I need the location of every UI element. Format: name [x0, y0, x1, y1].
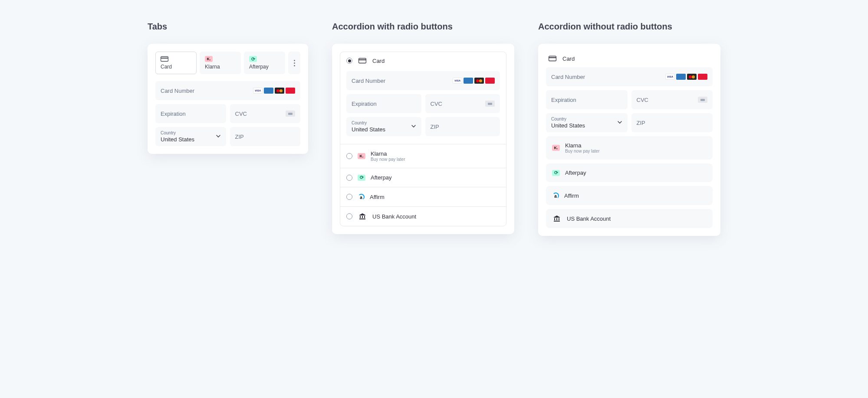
mastercard-icon: [687, 74, 697, 80]
tile-affirm[interactable]: a Affirm: [546, 186, 713, 205]
country-select[interactable]: Country United States: [155, 127, 226, 146]
accordion-header-afterpay[interactable]: ⟳ Afterpay: [340, 168, 506, 187]
tile-usbank[interactable]: US Bank Account: [546, 209, 713, 228]
expiration-input[interactable]: Expiration: [155, 104, 226, 123]
mastercard-icon: [275, 88, 284, 94]
payment-method-tabs: Card K. Klarna ⟳ Afterpay: [155, 52, 300, 74]
more-payment-methods-button[interactable]: [288, 52, 300, 74]
klarna-icon: K.: [205, 56, 213, 62]
accordion-noradio-panel: Card Card Number VISA: [538, 44, 720, 236]
accordion-radio-column: Accordion with radio buttons Card Card N…: [332, 22, 514, 236]
klarna-name: Klarna: [371, 150, 405, 157]
card-brand-icons: VISA: [253, 88, 295, 94]
afterpay-name: Afterpay: [371, 174, 391, 181]
affirm-name: Affirm: [564, 192, 579, 199]
country-select[interactable]: Country United States: [346, 117, 421, 136]
accordion-noradio-column: Accordion without radio buttons Card Car…: [538, 22, 720, 236]
cvc-input[interactable]: CVC: [631, 90, 713, 109]
expiration-label: Expiration: [161, 111, 186, 117]
accordion-radio-title: Accordion with radio buttons: [332, 22, 514, 32]
accordion-header-affirm[interactable]: a Affirm: [340, 187, 506, 206]
accordion-item-afterpay: ⟳ Afterpay: [340, 168, 506, 187]
expiration-input[interactable]: Expiration: [346, 94, 421, 113]
radio-card[interactable]: [346, 58, 352, 64]
tab-afterpay[interactable]: ⟳ Afterpay: [244, 52, 285, 74]
amex-icon: [676, 74, 686, 80]
tab-klarna[interactable]: K. Klarna: [200, 52, 241, 74]
tab-klarna-label: Klarna: [205, 64, 236, 70]
country-label: Country: [352, 121, 367, 125]
accordion-item-affirm: a Affirm: [340, 187, 506, 206]
klarna-sub: Buy now pay later: [371, 157, 405, 162]
unionpay-icon: [286, 88, 295, 94]
tile-klarna[interactable]: K. Klarna Buy now pay later: [546, 136, 713, 160]
card-number-input[interactable]: Card Number VISA: [155, 81, 300, 100]
zip-label: ZIP: [235, 134, 244, 140]
accordion-item-card: Card Card Number VISA: [340, 52, 506, 144]
zip-label: ZIP: [637, 120, 645, 126]
svg-rect-0: [161, 57, 168, 62]
klarna-sub: Buy now pay later: [565, 149, 600, 153]
card-name: Card: [562, 55, 575, 62]
zip-input[interactable]: ZIP: [425, 117, 500, 136]
svg-rect-3: [358, 59, 366, 60]
cvc-input[interactable]: CVC: [425, 94, 500, 113]
radio-usbank[interactable]: [346, 213, 352, 219]
bank-icon: [358, 213, 367, 220]
accordion-header-card[interactable]: Card: [340, 52, 506, 69]
chevron-down-icon: [617, 119, 622, 127]
klarna-icon: K.: [358, 153, 365, 159]
tile-afterpay[interactable]: ⟳ Afterpay: [546, 163, 713, 182]
accordion-item-usbank: US Bank Account: [340, 206, 506, 226]
more-icon: [294, 60, 295, 66]
payment-accordion: Card Card Number VISA: [340, 52, 506, 226]
amex-icon: [464, 78, 473, 84]
klarna-name: Klarna: [565, 142, 600, 149]
zip-input[interactable]: ZIP: [631, 113, 713, 132]
accordion-header-usbank[interactable]: US Bank Account: [340, 207, 506, 226]
visa-icon: VISA: [253, 88, 263, 94]
cvc-input[interactable]: CVC: [230, 104, 301, 123]
card-brand-icons: VISA: [665, 74, 707, 80]
card-fields: Card Number VISA Expiration: [546, 67, 713, 132]
card-fields: Card Number VISA Expiration: [340, 69, 506, 144]
country-value: United States: [352, 126, 385, 133]
card-number-label: Card Number: [551, 74, 585, 80]
accordion-header-klarna[interactable]: K. Klarna Buy now pay later: [340, 144, 506, 168]
affirm-icon: a: [552, 192, 559, 199]
tabs-title: Tabs: [148, 22, 308, 32]
country-select[interactable]: Country United States: [546, 113, 628, 132]
card-number-input[interactable]: Card Number VISA: [346, 71, 500, 90]
tabs-panel: Card K. Klarna ⟳ Afterpay Card Number: [148, 44, 308, 154]
chevron-down-icon: [411, 123, 416, 130]
zip-input[interactable]: ZIP: [230, 127, 301, 146]
card-number-input[interactable]: Card Number VISA: [546, 67, 713, 86]
amex-icon: [264, 88, 273, 94]
visa-icon: VISA: [665, 74, 675, 80]
country-value: United States: [161, 136, 194, 143]
unionpay-icon: [698, 74, 707, 80]
cvc-label: CVC: [235, 111, 247, 117]
radio-affirm[interactable]: [346, 194, 352, 200]
visa-icon: VISA: [453, 78, 462, 84]
expiration-input[interactable]: Expiration: [546, 90, 628, 109]
accordion-item-klarna: K. Klarna Buy now pay later: [340, 144, 506, 168]
radio-klarna[interactable]: [346, 153, 352, 159]
chevron-down-icon: [216, 133, 221, 140]
country-label: Country: [551, 117, 566, 121]
tab-card[interactable]: Card: [155, 52, 197, 74]
svg-rect-1: [161, 58, 168, 59]
radio-afterpay[interactable]: [346, 175, 352, 181]
cvc-label: CVC: [431, 101, 442, 107]
cvc-icon: [485, 101, 495, 107]
afterpay-icon: ⟳: [552, 170, 560, 176]
mastercard-icon: [474, 78, 484, 84]
usbank-name: US Bank Account: [372, 213, 416, 220]
card-number-label: Card Number: [161, 88, 194, 94]
country-value: United States: [551, 122, 585, 129]
expanded-card: Card Card Number VISA: [546, 52, 713, 132]
svg-rect-2: [359, 59, 366, 63]
accordion-radio-panel: Card Card Number VISA: [332, 44, 514, 234]
tabs-column: Tabs Card K. Klarna ⟳ Afterpay: [148, 22, 308, 236]
expanded-header-card[interactable]: Card: [546, 52, 713, 67]
